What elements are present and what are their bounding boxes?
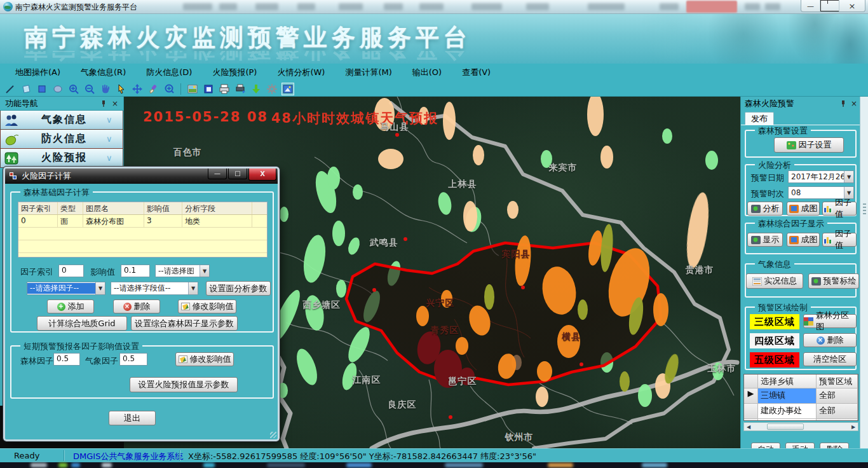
menu-weather-info[interactable]: 气象信息(R) (72, 64, 135, 81)
picture-icon[interactable] (281, 83, 294, 95)
menu-map-operations[interactable]: 地图操作(A) (6, 64, 69, 81)
map-label: 青秀区 (431, 325, 459, 336)
menu-fire-prevention[interactable]: 防火信息(D) (137, 64, 201, 81)
layer-select[interactable]: --请选择图▼ (155, 265, 210, 277)
forest-factor-input[interactable]: 0.5 (53, 353, 80, 366)
display-button[interactable]: 显示 (747, 233, 783, 247)
area-params-button[interactable]: 设置面分析参数 (206, 281, 271, 296)
minimize-button[interactable]: — (801, 0, 820, 11)
map-label: 上林县 (449, 179, 477, 190)
ellipse-tool-icon[interactable] (51, 83, 64, 95)
dialog-titlebar[interactable]: 火险因子计算 — □ X (5, 169, 278, 184)
chevron-down-icon[interactable]: ∨ (106, 134, 123, 144)
menu-view[interactable]: 查看(V) (453, 64, 499, 81)
line-tool-icon[interactable] (4, 83, 17, 95)
nav-item-fire-prevention-info[interactable]: 防火信息 ∨ (0, 130, 123, 149)
forest-zone-map-button[interactable]: 森林分区图 (803, 314, 857, 328)
resize-grip[interactable] (270, 432, 276, 438)
close-button[interactable]: × (839, 0, 865, 11)
pin-icon[interactable] (99, 99, 108, 108)
os-taskbar[interactable] (0, 462, 868, 468)
manual-button[interactable]: 手动 (785, 443, 815, 448)
warn-plot-button[interactable]: 预警标绘 (808, 273, 859, 289)
delete-region-button[interactable]: ×删除 (803, 333, 857, 347)
zoom-in-icon[interactable] (67, 83, 80, 95)
factor-settings-button[interactable]: 因子设置 (774, 137, 844, 153)
menu-output[interactable]: 输出(O) (403, 64, 451, 81)
factor-index-input[interactable]: 0 (58, 265, 84, 277)
dialog-maximize-button[interactable]: □ (228, 169, 247, 179)
start-orb[interactable] (31, 463, 47, 467)
book-icon[interactable] (202, 83, 215, 95)
town-row[interactable]: 建政办事处 全部 (744, 404, 858, 419)
add-button[interactable]: +添加 (47, 299, 94, 313)
level3-region-label[interactable]: 三级区域 (750, 314, 799, 329)
polygon-tool-icon[interactable] (20, 83, 32, 95)
scroll-left-icon[interactable]: ◀ (744, 424, 753, 430)
factor-table[interactable]: 因子索引 类型 图层名 影响值 分析字段 0 面 森林分布图 3 地类 (18, 202, 268, 258)
delete-button-bottom[interactable]: 删除 (820, 443, 849, 448)
table-row[interactable]: 0 面 森林分布图 3 地类 (18, 215, 267, 228)
impact-input[interactable]: 0.1 (121, 265, 150, 277)
close-icon[interactable]: × (111, 99, 119, 108)
tab-publish[interactable]: 发布 (745, 112, 774, 125)
menu-measurement[interactable]: 测量计算(M) (336, 64, 400, 81)
identify-brush-icon[interactable] (147, 83, 159, 95)
town-row[interactable]: ▶ 三塘镇 全部 (744, 389, 858, 404)
menu-fire-risk-forecast[interactable]: 火险预报(P) (203, 64, 266, 81)
clear-draw-button[interactable]: 清空绘区 (803, 352, 857, 366)
rectangle-tool-icon[interactable] (36, 83, 48, 95)
display-params-button[interactable]: 设置综合森林因子显示参数 (131, 316, 238, 331)
area-cell[interactable]: 全部 (817, 419, 858, 421)
gear-icon[interactable] (266, 83, 278, 95)
printer-icon[interactable] (218, 83, 231, 95)
make-map-button-2[interactable]: 成图 (787, 233, 820, 247)
close-icon[interactable]: × (850, 99, 858, 108)
auto-button[interactable]: 自动 (751, 443, 780, 448)
make-map-button[interactable]: 成图 (787, 202, 820, 216)
town-row[interactable]: 昆仑镇 全部 (744, 419, 858, 421)
zoom-out-icon[interactable] (83, 83, 96, 95)
delete-button[interactable]: ×删除 (113, 299, 160, 313)
towns-table[interactable]: 选择乡镇 预警区域 ▶ 三塘镇 全部 建政办事处 全部 昆仑镇 全部 (743, 374, 858, 421)
dialog-minimize-button[interactable]: — (208, 169, 227, 179)
edit-icon (181, 303, 190, 310)
print-preview-icon[interactable] (234, 83, 247, 95)
area-cell[interactable]: 全部 (817, 404, 858, 418)
warn-date-select[interactable]: 2017年12月26日▼ (788, 170, 854, 183)
modify-impact-button-2[interactable]: 修改影响值 (175, 352, 234, 366)
towns-horizontal-scrollbar[interactable]: ◀ ▶ (743, 422, 858, 431)
select-arrow-icon[interactable] (115, 83, 128, 95)
download-arrow-icon[interactable] (250, 83, 262, 95)
scroll-thumb[interactable] (767, 423, 804, 430)
chevron-down-icon[interactable]: ∨ (106, 115, 123, 125)
level5-region-label[interactable]: 五级区域 (750, 352, 799, 368)
area-cell[interactable]: 全部 (817, 389, 858, 403)
panel-scrollbar[interactable] (860, 97, 868, 448)
modify-impact-button[interactable]: 修改影响值 (178, 299, 236, 313)
pin-icon[interactable] (839, 99, 848, 108)
live-info-button[interactable]: 实况信息 (746, 273, 803, 289)
dialog-close-button[interactable]: X (248, 169, 276, 181)
nav-item-weather-info[interactable]: 气象信息 ∨ (0, 111, 123, 130)
move-icon[interactable] (131, 83, 144, 95)
analyze-button[interactable]: 分析 (747, 202, 783, 216)
zoom-box-icon[interactable] (163, 83, 175, 95)
pan-icon[interactable] (99, 83, 112, 95)
blurred-red-button[interactable] (686, 1, 737, 13)
fire-forecast-params-button[interactable]: 设置火险预报值显示参数 (130, 377, 238, 392)
calc-grid-button[interactable]: 计算综合地质Grid (37, 316, 127, 331)
field-value-select[interactable]: --请选择字段值--▼ (111, 282, 198, 295)
level4-region-label[interactable]: 四级区域 (750, 333, 799, 348)
map-image-icon[interactable] (186, 83, 199, 95)
scroll-right-icon[interactable]: ▶ (849, 424, 858, 430)
restore-button[interactable] (820, 0, 839, 11)
weather-factor-input[interactable]: 0.5 (119, 353, 147, 366)
nav-item-fire-risk-forecast[interactable]: 火险预报 ∨ (0, 149, 123, 168)
factor-value-button[interactable]: 因子值 (822, 202, 857, 216)
menu-fire-analysis[interactable]: 火情分析(W) (268, 64, 334, 81)
factor-value-button-2[interactable]: 因子值 (822, 233, 857, 247)
chevron-down-icon[interactable]: ∨ (106, 153, 123, 163)
exit-button[interactable]: 退出 (109, 411, 156, 425)
factor-select[interactable]: --请选择因子--▼ (27, 282, 105, 295)
